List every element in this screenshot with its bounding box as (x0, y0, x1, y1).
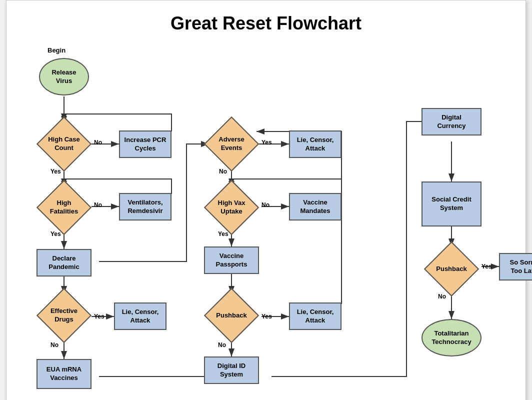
pm-yes-label: Yes (262, 313, 272, 320)
effective-drugs-label: Effective Drugs (50, 307, 78, 324)
vaccine-mandates-label: Vaccine Mandates (300, 198, 330, 216)
high-case-count-node: High Case Count (36, 122, 92, 166)
pr-no-label: No (438, 293, 446, 300)
ed-yes-label: Yes (94, 313, 104, 320)
hf-no-label: No (94, 202, 102, 208)
high-vax-uptake-node: High Vax Uptake (204, 185, 259, 230)
totalitarian-node: Totalitarian Technocracy (422, 319, 482, 356)
ventilators-node: Ventilators, Remdesivir (119, 193, 172, 220)
ed-no-label: No (50, 342, 58, 348)
social-credit-node: Social Credit System (422, 182, 482, 226)
digital-id-label: Digital ID System (218, 362, 246, 379)
eua-mrna-label: EUA mRNA Vaccines (46, 366, 82, 382)
pushback-mid-node: Pushback (204, 293, 259, 338)
lie-censor-attack1-label: Lie, Censor, Attack (122, 308, 159, 325)
lie-censor-attack2-label: Lie, Censor, Attack (297, 136, 334, 153)
totalitarian-label: Totalitarian Technocracy (432, 330, 471, 346)
release-virus-node: Release Virus (39, 58, 89, 96)
declare-pandemic-label: Declare Pandemic (48, 254, 79, 272)
pushback-mid-label: Pushback (216, 312, 246, 320)
hvu-no-label: No (262, 202, 270, 208)
ventilators-label: Ventilators, Remdesivir (128, 198, 162, 216)
effective-drugs-node: Effective Drugs (36, 293, 92, 338)
increase-pcr-label: Increase PCR Cycles (124, 136, 166, 153)
so-sorry-label: So Sorry, Too Late (510, 258, 532, 276)
digital-currency-label: Digital Currency (437, 114, 466, 130)
eua-mrna-node: EUA mRNA Vaccines (36, 359, 92, 389)
page: Great Reset Flowchart (6, 0, 526, 400)
vaccine-passports-label: Vaccine Passports (216, 252, 248, 269)
ae-yes-label: Yes (262, 139, 272, 146)
pm-no-label: No (218, 342, 226, 348)
release-virus-label: Release Virus (52, 68, 76, 86)
vaccine-passports-node: Vaccine Passports (204, 246, 259, 274)
begin-label: Begin (48, 46, 66, 54)
increase-pcr-node: Increase PCR Cycles (119, 130, 172, 158)
lie-censor-attack2-node: Lie, Censor, Attack (289, 130, 342, 158)
hcc-yes-label: Yes (50, 168, 61, 175)
pushback-right-node: Pushback (424, 246, 479, 292)
page-title: Great Reset Flowchart (16, 13, 516, 34)
adverse-events-label: Adverse Events (218, 136, 244, 152)
high-fatalities-node: High Fatalities (36, 185, 92, 230)
adverse-events-node: Adverse Events (204, 122, 259, 166)
high-vax-uptake-label: High Vax Uptake (218, 199, 246, 216)
digital-currency-node: Digital Currency (422, 108, 482, 136)
lie-censor-attack1-node: Lie, Censor, Attack (114, 302, 166, 330)
lie-censor-attack3-label: Lie, Censor, Attack (297, 308, 334, 325)
lie-censor-attack3-node: Lie, Censor, Attack (289, 302, 342, 330)
pushback-right-label: Pushback (436, 265, 466, 274)
flowchart: Begin Release Virus High Case Count No Y… (16, 39, 516, 399)
ae-no-label: No (219, 168, 227, 175)
social-credit-label: Social Credit System (432, 196, 471, 212)
hcc-no-label: No (94, 139, 102, 146)
hvu-yes-label: Yes (218, 230, 228, 238)
digital-id-node: Digital ID System (204, 356, 259, 384)
high-case-count-label: High Case Count (48, 136, 80, 152)
declare-pandemic-node: Declare Pandemic (36, 249, 92, 276)
vaccine-mandates-node: Vaccine Mandates (289, 193, 342, 220)
so-sorry-node: So Sorry, Too Late (499, 253, 532, 280)
hf-yes-label: Yes (50, 230, 61, 238)
high-fatalities-label: High Fatalities (50, 199, 78, 216)
pr-yes-label: Yes (482, 263, 492, 270)
